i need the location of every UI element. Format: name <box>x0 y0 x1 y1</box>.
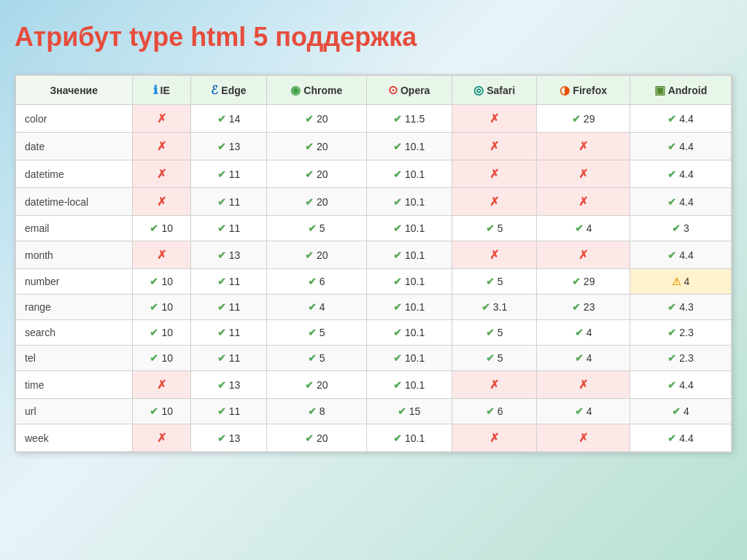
cell-firefox: ✔ 23 <box>537 295 630 320</box>
cell-chrome: ✔ 5 <box>267 320 366 346</box>
header-chrome: ◉Chrome <box>267 76 366 105</box>
cell-opera: ✔ 11.5 <box>366 105 452 133</box>
check-icon: ✔ <box>217 379 229 391</box>
check-icon: ✔ <box>305 141 317 152</box>
check-icon: ✔ <box>575 222 587 234</box>
cell-android: ✔ 4.4 <box>630 105 731 133</box>
cell-android: ✔ 4.3 <box>630 295 731 320</box>
cell-android: ✔ 4.4 <box>630 160 731 188</box>
cell-value: 20 <box>317 196 328 208</box>
check-icon: ✔ <box>667 352 679 364</box>
header-value: Значение <box>16 76 133 105</box>
cell-firefox: ✔ 4 <box>537 346 630 371</box>
cell-value: 6 <box>498 405 503 417</box>
check-icon: ✔ <box>308 352 320 364</box>
cell-edge: ✔ 11 <box>190 346 266 371</box>
cell-edge: ✔ 13 <box>190 133 266 160</box>
cell-ie: ✗ <box>132 424 190 452</box>
cell-value: 11 <box>229 276 241 287</box>
cell-chrome: ✔ 20 <box>267 188 366 216</box>
header-android: ▣Android <box>630 76 731 105</box>
cell-android: ✔ 4.4 <box>630 133 731 160</box>
header-opera: ⊙Opera <box>366 76 452 105</box>
cell-safari: ✗ <box>452 105 537 133</box>
check-icon: ✔ <box>393 327 405 338</box>
cell-value: 15 <box>409 405 421 417</box>
cell-value: 20 <box>317 141 328 152</box>
cell-edge: ✔ 11 <box>190 216 266 241</box>
cell-android: ✔ 4.4 <box>630 371 731 399</box>
cross-icon: ✗ <box>578 378 588 391</box>
cell-ie: ✔ 10 <box>132 346 190 371</box>
cell-value: 4 <box>587 327 592 338</box>
header-edge: ℰEdge <box>190 76 266 105</box>
cell-ie: ✔ 10 <box>132 216 190 241</box>
cell-value: 10 <box>161 301 173 313</box>
check-icon: ✔ <box>308 301 320 313</box>
cell-opera: ✔ 10.1 <box>366 320 452 346</box>
cell-firefox: ✗ <box>537 241 630 269</box>
cell-value: 14 <box>229 113 241 125</box>
cell-value: 4 <box>587 222 592 234</box>
check-icon: ✔ <box>217 276 229 287</box>
cell-value: 10.1 <box>405 196 425 208</box>
cross-icon: ✗ <box>578 168 588 180</box>
cell-edge: ✔ 13 <box>190 241 266 269</box>
check-icon: ✔ <box>393 432 405 444</box>
header-label-safari: Safari <box>487 85 515 96</box>
cell-safari: ✔ 5 <box>452 269 537 295</box>
cell-value: 11.5 <box>405 113 425 125</box>
check-icon: ✔ <box>150 276 161 287</box>
cell-edge: ✔ 13 <box>190 424 266 452</box>
cell-safari: ✗ <box>452 188 537 216</box>
header-firefox: ◑Firefox <box>537 76 630 105</box>
cell-edge: ✔ 13 <box>190 371 266 399</box>
cell-value: week <box>16 424 133 452</box>
header-label-edge: Edge <box>221 85 246 96</box>
cell-opera: ✔ 10.1 <box>366 241 452 269</box>
cell-firefox: ✔ 29 <box>537 269 630 295</box>
check-icon: ✔ <box>217 301 229 313</box>
cell-opera: ✔ 15 <box>366 399 452 424</box>
cell-android: ✔ 4.4 <box>630 241 731 269</box>
check-icon: ✔ <box>217 113 229 125</box>
check-icon: ✔ <box>150 405 161 417</box>
cell-value: 6 <box>320 276 325 287</box>
table-row: range✔ 10✔ 11✔ 4✔ 10.1✔ 3.1✔ 23✔ 4.3 <box>16 295 732 320</box>
check-icon: ✔ <box>150 327 161 338</box>
check-icon: ✔ <box>575 327 587 338</box>
cell-value: 10.1 <box>405 141 425 152</box>
cell-value: 29 <box>584 113 595 125</box>
cross-icon: ✗ <box>489 140 499 152</box>
cell-edge: ✔ 11 <box>190 295 266 320</box>
check-icon: ✔ <box>486 327 498 338</box>
cell-value: 4 <box>684 405 689 417</box>
check-icon: ✔ <box>305 196 317 208</box>
check-icon: ✔ <box>393 249 405 261</box>
cell-safari: ✗ <box>452 371 537 399</box>
table-row: datetime-local✗✔ 11✔ 20✔ 10.1✗✗✔ 4.4 <box>16 188 732 216</box>
check-icon: ✔ <box>667 379 679 391</box>
table-row: month✗✔ 13✔ 20✔ 10.1✗✗✔ 4.4 <box>16 241 732 269</box>
cell-opera: ✔ 10.1 <box>366 188 452 216</box>
cell-value: 13 <box>229 379 241 391</box>
header-label-opera: Opera <box>400 85 430 96</box>
check-icon: ✔ <box>393 352 405 364</box>
header-label-chrome: Chrome <box>303 85 342 96</box>
table-row: email✔ 10✔ 11✔ 5✔ 10.1✔ 5✔ 4✔ 3 <box>16 216 732 241</box>
cell-value: color <box>16 105 133 133</box>
check-icon: ✔ <box>393 222 405 234</box>
cell-value: 3 <box>684 222 689 234</box>
warn-icon: ⚠ <box>672 276 684 287</box>
cell-value: number <box>16 269 133 295</box>
support-table: ЗначениеℹIEℰEdge◉Chrome⊙Opera◎Safari◑Fir… <box>15 75 732 452</box>
check-icon: ✔ <box>393 196 405 208</box>
cell-value: search <box>16 320 133 346</box>
cross-icon: ✗ <box>578 140 588 152</box>
cell-edge: ✔ 11 <box>190 399 266 424</box>
cell-safari: ✔ 6 <box>452 399 537 424</box>
cell-value: 11 <box>229 301 241 313</box>
check-icon: ✔ <box>305 249 317 261</box>
check-icon: ✔ <box>667 141 679 152</box>
cell-edge: ✔ 11 <box>190 160 266 188</box>
